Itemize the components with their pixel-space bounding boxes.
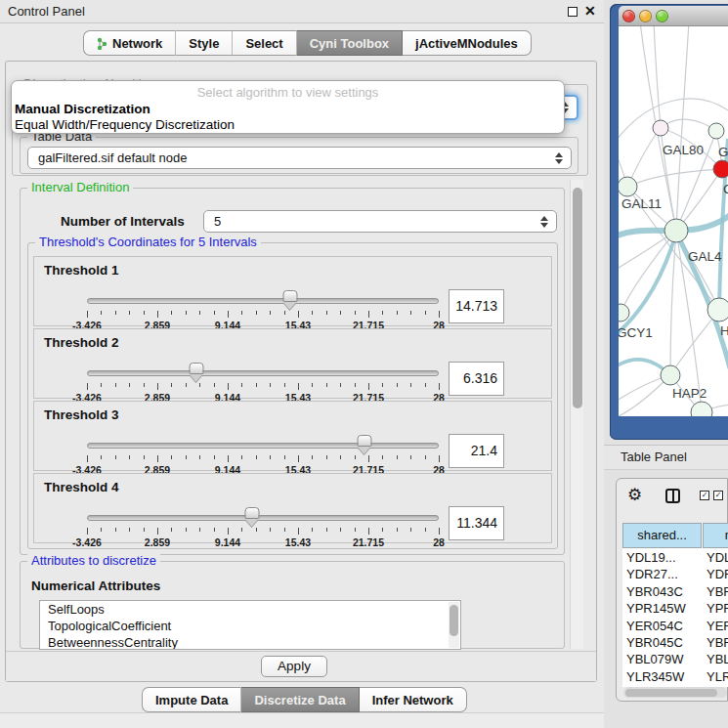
table-cell[interactable]: YLR3 [703, 668, 728, 685]
tick-mark [284, 383, 285, 387]
network-edge [654, 26, 661, 128]
network-window-titlebar[interactable] [619, 6, 728, 26]
table-cell[interactable]: YER0 [703, 618, 728, 634]
table-cell[interactable]: YDL1 [703, 549, 728, 566]
table-cell[interactable]: YBL0 [703, 651, 728, 667]
attributes-scrollbar[interactable] [449, 602, 459, 648]
scrollbar-thumb[interactable] [573, 188, 582, 408]
slider-track[interactable] [87, 443, 439, 449]
settings-scrollbar[interactable] [570, 180, 583, 649]
dropdown-option-manual[interactable]: Manual Discretization [15, 102, 150, 116]
apply-button[interactable]: Apply [261, 656, 327, 677]
tick-mark [439, 455, 440, 462]
tab-network[interactable]: Network [83, 30, 176, 56]
tab-cyni-toolbox[interactable]: Cyni Toolbox [297, 30, 403, 56]
table-cell[interactable]: YBR0 [703, 634, 728, 651]
checkbox-icon[interactable]: ✓ [700, 491, 709, 500]
gear-icon[interactable]: ⚙ [627, 485, 642, 505]
tick-mark [439, 383, 440, 390]
slider-ticks [87, 383, 439, 391]
network-node[interactable] [653, 120, 668, 136]
network-node[interactable] [713, 160, 728, 178]
table-cell[interactable]: YPR145W [622, 600, 702, 617]
table-cell[interactable]: YBL079W [622, 651, 702, 667]
table-header-cell[interactable]: na [703, 523, 728, 548]
numerical-attributes-list[interactable]: SelfLoopsTopologicalCoefficientBetweenne… [39, 600, 461, 650]
scrollbar-thumb[interactable] [625, 689, 717, 697]
slider-track[interactable] [87, 370, 439, 376]
tick-label: -3.426 [72, 536, 102, 548]
network-graph: GAL80GACGAL11GAL4GCY1HHAP2 [619, 26, 728, 416]
float-window-icon[interactable] [568, 7, 578, 17]
threshold-value-field[interactable]: 11.344 [449, 506, 504, 540]
network-canvas[interactable]: GAL80GACGAL11GAL4GCY1HHAP2 [619, 26, 728, 416]
network-node[interactable] [707, 298, 728, 321]
close-traffic-light-icon[interactable] [622, 10, 635, 22]
tick-mark [144, 383, 145, 387]
network-node[interactable] [661, 365, 680, 385]
minimize-traffic-light-icon[interactable] [639, 10, 652, 22]
tab-discretize-data[interactable]: Discretize Data [241, 687, 359, 712]
dropdown-option-equal-width[interactable]: Equal Width/Frequency Discretization [15, 117, 235, 132]
tick-mark [284, 528, 285, 532]
top-tab-bar: NetworkStyleSelectCyni ToolboxjActiveMNo… [83, 30, 532, 56]
close-icon[interactable]: ✕ [584, 3, 596, 19]
tick-mark [312, 311, 313, 315]
tick-mark [410, 528, 411, 532]
split-columns-icon[interactable] [665, 489, 680, 503]
bottom-strip [0, 712, 604, 728]
network-node[interactable] [619, 304, 629, 321]
tick-mark [312, 528, 313, 532]
network-node-label: HAP2 [672, 386, 707, 401]
table-cell[interactable]: YBR0 [703, 583, 728, 600]
network-node[interactable] [664, 219, 688, 242]
tick-mark [228, 455, 229, 462]
attribute-list-item[interactable]: SelfLoops [40, 601, 460, 618]
table-cell[interactable]: YLR345W [622, 668, 702, 685]
table-hscrollbar[interactable] [623, 687, 727, 698]
number-of-intervals-combobox[interactable]: 5 [203, 210, 557, 233]
threshold-slider[interactable]: -3.4262.8599.14415.4321.71528 [87, 366, 439, 398]
slider-handle[interactable] [358, 435, 372, 454]
node-table[interactable]: shared...naYDL19...YDL1YDR27...YDR2YBR04… [622, 523, 728, 687]
tab-select[interactable]: Select [233, 30, 296, 56]
checkbox-icon[interactable]: ✓ [713, 491, 723, 500]
table-cell[interactable]: YER054C [622, 618, 702, 634]
attribute-list-item[interactable]: TopologicalCoefficient [40, 618, 460, 634]
algorithm-dropdown-popup: Select algorithm to view settings Manual… [11, 80, 565, 134]
table-cell[interactable]: YPR1 [703, 600, 728, 617]
table-header-cell[interactable]: shared... [622, 523, 702, 548]
slider-handle[interactable] [282, 290, 297, 310]
tick-mark [115, 528, 116, 532]
tab-style[interactable]: Style [176, 30, 233, 56]
tick-mark [214, 528, 215, 532]
tick-mark [256, 383, 257, 387]
attribute-list-item[interactable]: BetweennessCentrality [40, 634, 460, 650]
threshold-value-field[interactable]: 6.316 [449, 362, 504, 396]
tick-mark [397, 311, 398, 315]
table-cell[interactable]: YDR2 [703, 566, 728, 582]
slider-track[interactable] [87, 515, 439, 521]
threshold-value-field[interactable]: 21.4 [449, 434, 504, 468]
threshold-value-field[interactable]: 14.713 [449, 289, 504, 323]
table-cell[interactable]: YDL19... [622, 549, 702, 566]
tab-infer-network[interactable]: Infer Network [360, 687, 467, 712]
zoom-traffic-light-icon[interactable] [656, 10, 668, 22]
tick-mark [115, 311, 116, 315]
threshold-label: Threshold 1 [44, 263, 119, 278]
table-data-combobox[interactable]: galFiltered.sif default node [27, 147, 572, 169]
slider-track[interactable] [87, 298, 439, 304]
threshold-slider[interactable]: -3.4262.8599.14415.4321.71528 [87, 294, 439, 325]
table-cell[interactable]: YBR045C [622, 634, 702, 651]
table-cell[interactable]: YDR27... [622, 566, 702, 582]
slider-handle[interactable] [189, 363, 203, 382]
threshold-slider[interactable]: -3.4262.8599.14415.4321.71528 [87, 511, 439, 542]
network-node[interactable] [619, 177, 637, 196]
tab-impute-data[interactable]: Impute Data [142, 687, 241, 712]
slider-handle[interactable] [245, 507, 260, 527]
table-cell[interactable]: YBR043C [622, 583, 702, 600]
tab-jactivemnodules[interactable]: jActiveMNodules [403, 30, 532, 56]
threshold-slider[interactable]: -3.4262.8599.14415.4321.71528 [87, 439, 439, 470]
network-node[interactable] [708, 123, 724, 139]
scrollbar-thumb[interactable] [450, 605, 458, 636]
